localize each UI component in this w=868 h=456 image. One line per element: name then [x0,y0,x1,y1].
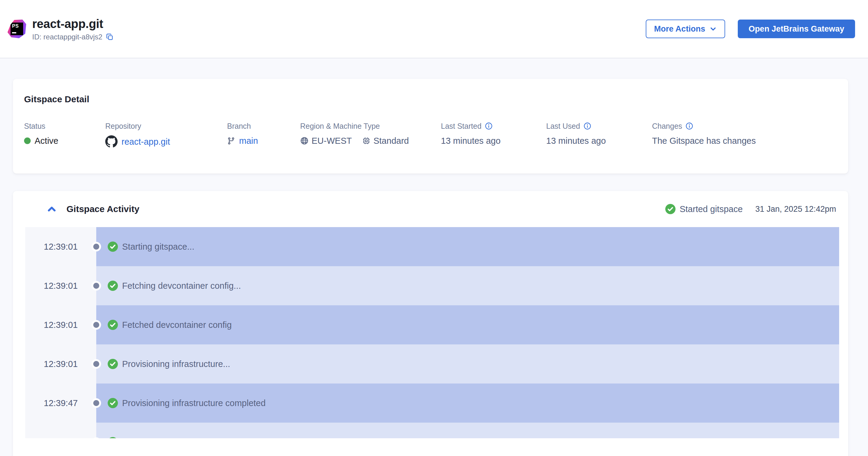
status-label: Status [24,122,105,130]
gitspace-detail-card: Gitspace Detail Status Active Repository… [13,79,848,174]
check-circle-icon [108,320,118,330]
branch-label: Branch [227,122,300,130]
title-block: react-app.git ID: reactappgit-a8vjs2 [32,17,114,41]
machine-item: Standard [362,135,409,146]
log-message: Fetched devcontainer config [122,320,231,330]
log-message: Connecting to the gitspace agent [122,437,250,438]
changes-field: Changes The Gitspace has changes [652,122,836,148]
gitspace-detail-title: Gitspace Detail [24,94,836,105]
log-row: 12:39:47 Provisioning infrastructure com… [25,384,839,423]
more-actions-button[interactable]: More Actions [646,20,725,38]
activity-status: Started gitspace 31 Jan, 2025 12:42pm [665,204,836,214]
info-icon[interactable] [485,122,493,130]
region-item: EU-WEST [300,135,352,146]
gitspace-id: ID: reactappgit-a8vjs2 [32,33,102,41]
status-value-row: Active [24,135,105,146]
check-circle-icon [108,437,118,438]
branch-value-row: main [227,135,300,146]
log-message-cell: Connecting to the gitspace agent [96,423,839,438]
log-row: 12:39:01 Starting gitspace... [25,227,839,266]
branch-field: Branch main [227,122,300,148]
machine-type-value: Standard [374,135,409,146]
log-message: Fetching devcontainer config... [122,281,241,291]
log-row: 12:39:01 Fetched devcontainer config [25,305,839,344]
log-message: Provisioning infrastructure... [122,359,230,369]
log-time: 12:39:01 [25,305,96,344]
open-jetbrains-gateway-button[interactable]: Open JetBrains Gateway [738,20,855,38]
copy-icon[interactable] [106,33,114,40]
info-icon[interactable] [685,122,693,130]
open-gateway-label: Open JetBrains Gateway [749,24,844,34]
log-message-cell: Provisioning infrastructure... [96,344,839,384]
last-used-field: Last Used 13 minutes ago [546,122,652,148]
detail-fields: Status Active Repository react-app.git B… [24,122,836,148]
log-row: 12:39:01 Fetching devcontainer config... [25,266,839,305]
timeline-dot [91,242,101,251]
globe-icon [300,136,309,145]
check-circle-icon [108,281,118,291]
page-title: react-app.git [32,17,114,31]
region-machine-field: Region & Machine Type EU-WEST [300,122,441,148]
more-actions-label: More Actions [654,24,705,34]
changes-label-text: Changes [652,122,682,130]
log-message: Provisioning infrastructure completed [122,398,266,408]
last-used-label-text: Last Used [546,122,580,130]
check-circle-icon [108,359,118,369]
check-circle-icon [108,242,118,252]
gitspace-activity-card: Gitspace Activity Started gitspace 31 Ja… [13,191,848,456]
gitspace-id-line: ID: reactappgit-a8vjs2 [32,33,114,41]
info-icon[interactable] [584,122,591,130]
phpstorm-logo-text: PS [10,23,23,35]
status-field: Status Active [24,122,105,148]
git-branch-icon [227,137,235,145]
changes-value: The Gitspace has changes [652,135,836,146]
last-used-label: Last Used [546,122,652,130]
cpu-icon [362,136,371,145]
activity-timestamp: 31 Jan, 2025 12:42pm [755,205,836,214]
changes-label: Changes [652,122,836,130]
status-dot [24,138,31,144]
log-time: 12:39:01 [25,227,96,266]
check-circle-icon [108,398,118,408]
timeline-dot [91,320,101,330]
last-started-label-text: Last Started [441,122,482,130]
check-circle-icon [665,204,676,214]
header-actions: More Actions Open JetBrains Gateway [646,20,855,38]
repository-link[interactable]: react-app.git [122,136,170,147]
last-used-value: 13 minutes ago [546,135,652,146]
log-row: 12:39:01 Provisioning infrastructure... [25,344,839,384]
repository-field: Repository react-app.git [105,122,227,148]
activity-status-text: Started gitspace [680,204,743,214]
app-header: PS react-app.git ID: reactappgit-a8vjs2 … [0,0,868,58]
status-value: Active [35,135,58,146]
activity-log: 12:39:01 Starting gitspace... 12:39:01 F… [25,227,839,438]
log-message-cell: Fetched devcontainer config [96,305,839,344]
log-time: 12:39:47 [25,384,96,423]
repository-value-row: react-app.git [105,135,227,148]
log-time: 12:39:01 [25,344,96,384]
region-machine-value-row: EU-WEST Standard [300,135,441,146]
phpstorm-logo: PS [7,20,26,38]
chevron-down-icon [710,25,717,32]
region-machine-label: Region & Machine Type [300,122,441,130]
log-message-cell: Provisioning infrastructure completed [96,384,839,423]
github-icon [105,135,118,148]
activity-title: Gitspace Activity [66,204,139,214]
activity-header: Gitspace Activity Started gitspace 31 Ja… [13,191,848,227]
log-message-cell: Fetching devcontainer config... [96,266,839,305]
log-row: 12:39:48 Connecting to the gitspace agen… [25,423,839,438]
gitspace-detail-page: { "header": { "logo_text": "PS", "title"… [0,0,868,456]
timeline-dot [91,359,101,369]
last-started-value: 13 minutes ago [441,135,546,146]
log-time: 12:39:01 [25,266,96,305]
last-started-label: Last Started [441,122,546,130]
log-message: Starting gitspace... [122,242,194,252]
collapse-chevron-up-icon[interactable] [46,204,57,214]
branch-link[interactable]: main [239,135,258,146]
last-started-field: Last Started 13 minutes ago [441,122,546,148]
timeline-dot [91,398,101,408]
log-time: 12:39:48 [25,423,96,438]
region-value: EU-WEST [312,135,352,146]
repository-label: Repository [105,122,227,130]
timeline-dot [91,281,101,291]
